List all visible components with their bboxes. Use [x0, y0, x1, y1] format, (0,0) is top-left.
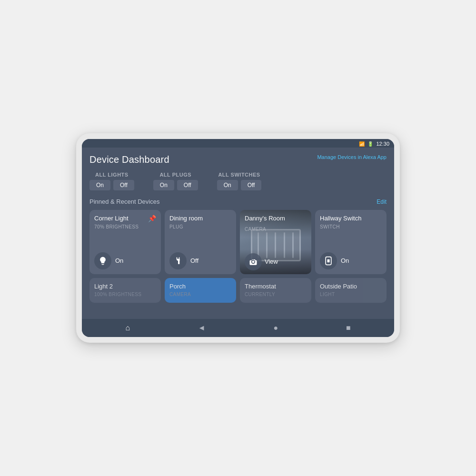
all-switches-on-button[interactable]: On: [217, 180, 238, 190]
device-card-top: Outside Patio: [320, 283, 382, 290]
plug-icon-circle: [169, 252, 187, 269]
device-status: On: [115, 257, 123, 264]
device-name: Thermostat: [245, 283, 276, 290]
device-card-hallway-switch[interactable]: Hallway Switch SWITCH On: [315, 210, 387, 274]
switch-icon-circle: [320, 252, 337, 269]
device-card-top: Porch: [169, 283, 231, 290]
battery-icon: 🔋: [367, 141, 373, 147]
device-name: Hallway Switch: [320, 215, 361, 222]
group-controls: ALL LIGHTS On Off ALL PLUGS On Off ALL S…: [89, 172, 387, 190]
device-type: CAMERA: [169, 292, 231, 297]
device-card-top: Corner Light 📌: [94, 215, 156, 222]
status-bar: 📶 🔋 12:30: [82, 139, 394, 148]
device-card-light2[interactable]: Light 2 100% BRIGHTNESS: [89, 278, 161, 303]
all-switches-buttons: On Off: [217, 180, 262, 190]
device-card-outside-patio[interactable]: Outside Patio Light: [315, 278, 387, 303]
all-switches-off-button[interactable]: Off: [241, 180, 262, 190]
device-type: 100% BRIGHTNESS: [94, 292, 156, 297]
circle-nav-button[interactable]: ●: [264, 322, 288, 334]
light-icon-circle: [94, 252, 111, 269]
device-type: 70% BRIGHTNESS: [94, 224, 156, 229]
device-status: On: [341, 257, 349, 264]
device-grid: Corner Light 📌 70% BRIGHTNESS On: [89, 210, 387, 319]
back-nav-button[interactable]: ◄: [188, 322, 215, 334]
all-lights-off-button[interactable]: Off: [113, 180, 134, 190]
page-title: Device Dashboard: [89, 154, 169, 165]
edit-link[interactable]: Edit: [377, 198, 387, 205]
device-status: Off: [190, 257, 198, 264]
camera-overlay: Danny's Room CAMERA: [240, 210, 311, 238]
clock: 12:30: [376, 141, 389, 147]
all-lights-label: ALL LIGHTS: [95, 172, 129, 178]
device-bottom: On: [320, 252, 382, 269]
tablet-device: 📶 🔋 12:30 Device Dashboard Manage Device…: [76, 133, 400, 343]
bulb-icon: [98, 256, 108, 266]
bottom-nav: ⌂ ◄ ● ■: [82, 319, 394, 337]
device-type: CAMERA: [245, 227, 266, 232]
device-type: Light: [320, 292, 382, 297]
all-plugs-label: ALL PLUGS: [159, 172, 191, 178]
main-content: Device Dashboard Manage Devices in Alexa…: [82, 148, 394, 319]
device-name: Outside Patio: [320, 283, 357, 290]
all-plugs-buttons: On Off: [153, 180, 198, 190]
device-name: Danny's Room: [245, 215, 285, 222]
camera-icon-circle: [245, 253, 262, 270]
device-card-top: Dining room: [169, 215, 231, 222]
device-card-top: Danny's Room: [245, 215, 307, 222]
wifi-icon: 📶: [359, 141, 365, 147]
device-card-top: Light 2: [94, 283, 156, 290]
device-card-top: Hallway Switch: [320, 215, 382, 222]
device-card-top: Thermostat: [245, 283, 307, 290]
device-card-porch[interactable]: Porch CAMERA: [165, 278, 236, 303]
all-plugs-off-button[interactable]: Off: [177, 180, 198, 190]
home-nav-button[interactable]: ⌂: [116, 322, 139, 334]
square-nav-button[interactable]: ■: [337, 322, 360, 334]
device-name: Light 2: [94, 283, 113, 290]
device-card-thermostat[interactable]: Thermostat CURRENTLY: [240, 278, 311, 303]
device-bottom: On: [94, 252, 156, 269]
all-plugs-on-button[interactable]: On: [153, 180, 174, 190]
device-name: Porch: [169, 283, 186, 290]
pin-icon: 📌: [148, 215, 156, 222]
pinned-section-title: Pinned & Recent Devices: [89, 198, 159, 205]
camera-icon: [248, 257, 258, 267]
device-type: CURRENTLY: [245, 292, 307, 297]
page-header: Device Dashboard Manage Devices in Alexa…: [89, 154, 387, 165]
all-lights-buttons: On Off: [89, 180, 134, 190]
all-lights-on-button[interactable]: On: [89, 180, 110, 190]
device-card-dining-room[interactable]: Dining room PLUG Off: [165, 210, 236, 274]
tablet-screen: 📶 🔋 12:30 Device Dashboard Manage Device…: [82, 139, 394, 337]
device-status: View: [265, 258, 278, 265]
device-type: PLUG: [169, 224, 231, 229]
camera-bottom: View: [240, 249, 311, 274]
all-switches-label: ALL SWITCHES: [218, 172, 260, 178]
device-name: Corner Light: [94, 215, 129, 222]
pinned-section-header: Pinned & Recent Devices Edit: [89, 198, 387, 205]
device-card-dannys-room[interactable]: Danny's Room CAMERA View: [240, 210, 311, 274]
all-switches-control: ALL SWITCHES On Off: [217, 172, 262, 190]
svg-rect-1: [327, 259, 330, 262]
device-card-corner-light[interactable]: Corner Light 📌 70% BRIGHTNESS On: [89, 210, 161, 274]
device-name: Dining room: [169, 215, 203, 222]
all-plugs-control: ALL PLUGS On Off: [153, 172, 198, 190]
all-lights-control: ALL LIGHTS On Off: [89, 172, 134, 190]
plug-icon: [173, 256, 183, 266]
switch-icon: [324, 256, 333, 266]
device-bottom: Off: [169, 252, 231, 269]
device-type: SWITCH: [320, 224, 382, 229]
manage-devices-link[interactable]: Manage Devices in Alexa App: [317, 154, 387, 160]
